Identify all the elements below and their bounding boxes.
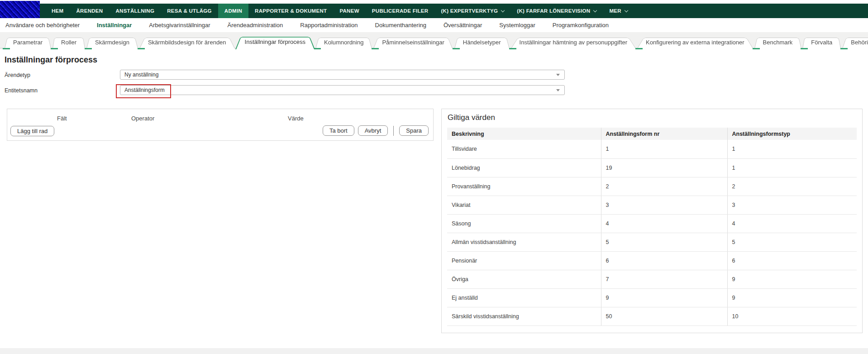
cell-typ: 4 <box>727 214 857 233</box>
subnav-installningar[interactable]: Inställningar <box>88 22 140 29</box>
subnav-rapportadministration[interactable]: Rapportadministration <box>291 22 366 29</box>
table-row[interactable]: Pensionär 6 6 <box>447 251 857 270</box>
save-button[interactable]: Spara <box>399 125 429 136</box>
table-row[interactable]: Lönebidrag 19 1 <box>447 158 857 177</box>
tab-roller[interactable]: Roller <box>52 36 85 48</box>
cell-typ: 9 <box>727 288 857 307</box>
tab-skarmbildsdesign-for-arenden[interactable]: Skärmbildsdesign för ärenden <box>139 36 235 48</box>
entitetsnamn-value: Anställningsform <box>124 87 165 93</box>
condition-panel: Fält Operator Värde Lägg till rad Ta bor… <box>7 109 434 141</box>
table-header-row: Beskrivning Anställningsform nr Anställn… <box>447 128 857 140</box>
tab-behorighetsgrupper[interactable]: Behörighetsgrupper <box>842 36 868 48</box>
cancel-button[interactable]: Avbryt <box>358 125 388 136</box>
valid-values-panel: Giltiga värden Beskrivning Anställningsf… <box>441 109 863 333</box>
subnav-systemloggar[interactable]: Systemloggar <box>491 22 544 29</box>
entitetsnamn-label: Entitetsnamn <box>5 87 38 94</box>
table-row[interactable]: Ej anställd 9 9 <box>447 288 857 307</box>
table-row[interactable]: Säsong 4 4 <box>447 214 857 233</box>
tabs-row: Parametrar Roller Skärmdesign Skärmbilds… <box>5 35 868 48</box>
subnav-programkonfiguration[interactable]: Programkonfiguration <box>544 22 617 29</box>
table-row[interactable]: Tillsvidare 1 1 <box>447 140 857 158</box>
cell-beskrivning: Allmän visstidsanställning <box>447 233 601 251</box>
subnav-dokumenthantering[interactable]: Dokumenthantering <box>367 22 435 29</box>
nav-farfar-lonerevision-label: (K) FARFAR LÖNEREVISION <box>517 8 590 14</box>
entitetsnamn-dropdown[interactable]: Anställningsform <box>120 85 565 95</box>
nav-publicerade-filer[interactable]: PUBLICERADE FILER <box>366 4 435 18</box>
nav-mer-label: MER <box>609 8 621 14</box>
tab-konfigurering-av-externa-integrationer[interactable]: Konfigurering av externa integrationer <box>637 36 753 48</box>
cell-beskrivning: Övriga <box>447 270 601 288</box>
cell-beskrivning: Lönebidrag <box>447 158 601 177</box>
browser-top-strip <box>0 0 868 4</box>
cell-typ: 9 <box>727 270 857 288</box>
arendetyp-dropdown[interactable]: Ny anställning <box>120 70 565 80</box>
tab-kolumnordning[interactable]: Kolumnordning <box>315 36 372 48</box>
valid-values-title: Giltiga värden <box>448 113 495 122</box>
delete-button[interactable]: Ta bort <box>323 125 354 136</box>
arendetyp-value: Ny anställning <box>124 72 158 78</box>
table-row[interactable]: Övriga 7 9 <box>447 270 857 288</box>
main-navbar: HEM ÄRENDEN ANSTÄLLNING RESA & UTLÄGG AD… <box>0 4 868 18</box>
cell-typ: 10 <box>727 307 857 325</box>
nav-farfar-lonerevision[interactable]: (K) FARFAR LÖNEREVISION <box>510 4 603 18</box>
subnav-oversattningar[interactable]: Översättningar <box>435 22 491 29</box>
tab-installningar-hamtning-av-personuppgifter[interactable]: Inställningar hämtning av personuppgifte… <box>511 36 636 48</box>
cell-nr: 5 <box>601 233 727 251</box>
subnav-anvandare-och-behorigheter[interactable]: Användare och behörigheter <box>5 22 88 29</box>
cell-nr: 7 <box>601 270 727 288</box>
nav-expertverktyg[interactable]: (K) EXPERTVERKTYG <box>434 4 510 18</box>
cell-nr: 19 <box>601 158 727 177</box>
cell-nr: 1 <box>601 140 727 158</box>
company-logo <box>0 1 40 18</box>
nav-resa-utlagg[interactable]: RESA & UTLÄGG <box>161 4 218 18</box>
button-divider <box>393 126 394 136</box>
tab-installningar-forprocess[interactable]: Inställningar förprocess <box>236 35 314 48</box>
table-row[interactable]: Särskild visstidsanställning 50 10 <box>447 307 857 325</box>
cell-nr: 4 <box>601 214 727 233</box>
tab-benchmark[interactable]: Benchmark <box>754 36 801 48</box>
add-row-button[interactable]: Lägg till rad <box>10 126 54 136</box>
subnav-arbetsgivarinstallningar[interactable]: Arbetsgivarinställningar <box>140 22 219 29</box>
cell-nr: 6 <box>601 251 727 270</box>
chevron-down-icon <box>501 8 505 12</box>
valid-values-table: Beskrivning Anställningsform nr Anställn… <box>447 128 857 326</box>
nav-rapporter-dokument[interactable]: RAPPORTER & DOKUMENT <box>248 4 333 18</box>
subnav-arendeadministration[interactable]: Ärendeadministration <box>219 22 291 29</box>
nav-anstallning[interactable]: ANSTÄLLNING <box>109 4 161 18</box>
arendetyp-label: Ärendetyp <box>5 72 30 78</box>
nav-expertverktyg-label: (K) EXPERTVERKTYG <box>441 8 498 14</box>
cell-nr: 3 <box>601 196 727 214</box>
cell-beskrivning: Särskild visstidsanställning <box>447 307 601 325</box>
dropdown-arrow-icon <box>556 74 560 76</box>
nav-arenden[interactable]: ÄRENDEN <box>70 4 109 18</box>
column-header-falt: Fält <box>57 115 67 122</box>
admin-subnav: Användare och behörigheter Inställningar… <box>0 18 868 32</box>
cell-typ: 6 <box>727 251 857 270</box>
condition-actions: Ta bort Avbryt Spara <box>323 125 429 136</box>
chevron-down-icon <box>625 8 628 12</box>
nav-mer[interactable]: MER <box>603 4 634 18</box>
col-anstallningsformstyp: Anställningsformstyp <box>727 128 857 140</box>
tab-skarmdesign[interactable]: Skärmdesign <box>86 36 138 48</box>
cell-beskrivning: Tillsvidare <box>447 140 601 158</box>
cell-nr: 50 <box>601 307 727 325</box>
nav-panew[interactable]: PANEW <box>333 4 365 18</box>
nav-admin[interactable]: ADMIN <box>218 4 248 18</box>
table-row[interactable]: Vikariat 3 3 <box>447 196 857 214</box>
table-row[interactable]: Allmän visstidsanställning 5 5 <box>447 233 857 251</box>
cell-beskrivning: Ej anställd <box>447 288 601 307</box>
tab-forvalta[interactable]: Förvalta <box>802 36 841 48</box>
cell-typ: 2 <box>727 177 857 196</box>
nav-hem[interactable]: HEM <box>45 4 70 18</box>
cell-beskrivning: Vikariat <box>447 196 601 214</box>
tab-parametrar[interactable]: Parametrar <box>5 36 51 48</box>
tab-handelsetyper[interactable]: Händelsetyper <box>454 36 510 48</box>
cell-beskrivning: Pensionär <box>447 251 601 270</box>
table-row[interactable]: Provanställning 2 2 <box>447 177 857 196</box>
tab-paminnelseinstallningar[interactable]: Påminnelseinställningar <box>373 36 453 48</box>
col-anstallningsform-nr: Anställningsform nr <box>601 128 727 140</box>
app-window: HEM ÄRENDEN ANSTÄLLNING RESA & UTLÄGG AD… <box>0 0 868 354</box>
page-title: Inställningar förprocess <box>5 55 97 65</box>
col-beskrivning: Beskrivning <box>447 128 601 140</box>
chevron-down-icon <box>593 8 597 12</box>
